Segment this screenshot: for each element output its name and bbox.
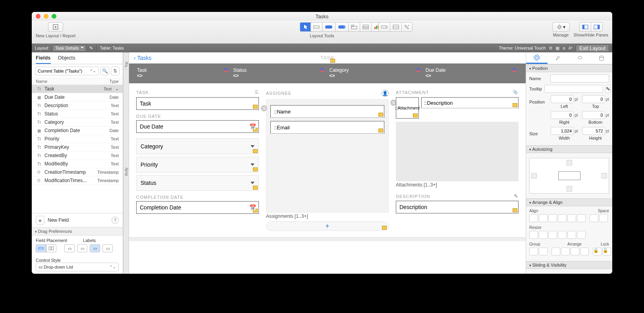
field-row[interactable]: ⏱CreationTimestampTimestamp: [32, 168, 123, 177]
due-date-field[interactable]: Due Date: [136, 120, 259, 133]
bring-forward[interactable]: [561, 248, 570, 255]
field-row[interactable]: ▦Completion DateDate: [32, 127, 123, 135]
add-field-button[interactable]: +: [36, 216, 44, 225]
tooltip-edit-button[interactable]: ✎: [605, 85, 611, 93]
tool-part[interactable]: [390, 22, 401, 32]
tool-button[interactable]: [322, 22, 335, 32]
align-right[interactable]: [548, 214, 557, 222]
layout-canvas[interactable]: ‹ Tasks TASK Task<>Status<>Category<>Due…: [129, 52, 526, 274]
edit-icon[interactable]: ✎: [514, 193, 519, 199]
align-center-v[interactable]: [567, 214, 576, 222]
field-row[interactable]: TtPrimaryKeyText: [32, 143, 123, 152]
insp-tooltip-input[interactable]: [544, 85, 603, 93]
field-row[interactable]: TtCreatedByText: [32, 152, 123, 160]
align-top[interactable]: [558, 214, 567, 222]
autosizing-diagram[interactable]: [529, 158, 609, 194]
tab-objects[interactable]: Objects: [58, 55, 75, 64]
lock-button[interactable]: 🔒: [593, 248, 602, 255]
description-field[interactable]: Description: [396, 201, 519, 213]
field-row[interactable]: TtStatusText: [32, 110, 123, 118]
pos-right-input[interactable]: [551, 111, 574, 119]
table-picker[interactable]: Current Table ("Tasks")⌃⌄: [35, 67, 99, 75]
screen-icon[interactable]: ⧉: [549, 46, 552, 51]
task-field[interactable]: Task: [136, 97, 259, 110]
inspector-tab-appearance[interactable]: [569, 52, 591, 64]
tool-field-picker[interactable]: [378, 22, 390, 32]
bring-front[interactable]: [551, 248, 560, 255]
placement-horizontal[interactable]: [36, 244, 46, 252]
tool-select[interactable]: [300, 22, 311, 32]
edit-layout-icon[interactable]: ✎: [89, 46, 93, 51]
resize-1[interactable]: [529, 231, 538, 239]
part-body[interactable]: Body: [123, 69, 129, 274]
section-position[interactable]: Position: [526, 64, 612, 72]
placement-vertical[interactable]: [46, 244, 56, 252]
send-back[interactable]: [580, 248, 589, 255]
tool-format-painter[interactable]: [401, 22, 413, 32]
resize-6[interactable]: [577, 231, 586, 239]
manage-button[interactable]: ▾: [552, 22, 570, 32]
assignee-email-field[interactable]: ::Email: [270, 121, 384, 134]
label-inside[interactable]: ▭: [90, 244, 100, 252]
space-v[interactable]: [599, 214, 608, 222]
list-icon[interactable]: ☰: [255, 90, 259, 95]
field-row[interactable]: TtTaskText⌄: [32, 85, 123, 93]
field-row[interactable]: TtCategoryText: [32, 118, 123, 127]
label-top[interactable]: ▭: [77, 244, 87, 252]
resize-2[interactable]: [539, 231, 548, 239]
control-style-dropdown[interactable]: ▭ Drop-down List⌃⌄: [36, 263, 119, 271]
field-row[interactable]: TtDescriptionText: [32, 102, 123, 110]
size-width-input[interactable]: [551, 127, 574, 135]
tool-tab[interactable]: [348, 22, 360, 32]
tool-portal[interactable]: [360, 22, 371, 32]
attachment-container-field[interactable]: ::Attachment: [396, 97, 419, 119]
resize-5[interactable]: [567, 231, 576, 239]
tool-popover-button[interactable]: [335, 22, 348, 32]
pos-top-input[interactable]: [582, 95, 605, 103]
assignee-name-field[interactable]: ::Name: [270, 105, 384, 118]
delete-row-icon[interactable]: ✕: [261, 105, 267, 111]
field-row[interactable]: TtPriorityText: [32, 135, 123, 143]
group-button[interactable]: [529, 248, 538, 255]
attachment-desc-field[interactable]: ::Description: [421, 97, 519, 108]
align-left[interactable]: [529, 214, 538, 222]
layout-dropdown[interactable]: Task Details: [52, 45, 86, 52]
exit-layout-button[interactable]: Exit Layout: [576, 44, 609, 52]
unlock-button[interactable]: 🔓: [602, 248, 611, 255]
completion-field[interactable]: Completion Date: [136, 201, 259, 214]
drag-prefs-header[interactable]: Drag Preferences: [32, 227, 123, 236]
inspector-tab-data[interactable]: [591, 52, 612, 64]
send-backward[interactable]: [571, 248, 579, 255]
add-assignee-button[interactable]: +: [266, 221, 389, 231]
toggle-right-pane[interactable]: [591, 22, 603, 32]
help-icon[interactable]: ?: [112, 217, 119, 224]
resize-3[interactable]: [548, 231, 557, 239]
sort-icon[interactable]: ⇅: [111, 67, 120, 75]
inspector-tab-styles[interactable]: [548, 52, 569, 64]
section-sliding[interactable]: Sliding & Visibility: [526, 261, 612, 269]
assignments-portal[interactable]: ✕ ::Name ::Email: [266, 99, 389, 213]
status-select[interactable]: Status: [136, 175, 259, 191]
paperclip-icon[interactable]: 📎: [513, 90, 519, 95]
person-icon[interactable]: 👤: [382, 90, 389, 97]
search-icon[interactable]: 🔍: [100, 67, 109, 75]
align-bottom[interactable]: [577, 214, 586, 222]
pos-left-input[interactable]: [551, 95, 574, 103]
ungroup-button[interactable]: [539, 248, 548, 255]
tool-field[interactable]: [310, 22, 322, 32]
category-select[interactable]: Category: [136, 138, 259, 154]
field-row[interactable]: ▦Due DateDate: [32, 93, 123, 102]
label-none[interactable]: ▭: [102, 244, 113, 252]
new-layout-button[interactable]: [48, 22, 63, 32]
align-center-h[interactable]: [539, 214, 548, 222]
section-arrange[interactable]: Arrange & Align: [526, 198, 612, 206]
field-row[interactable]: TtModifiedByText: [32, 160, 123, 168]
horizontal-scrollbar[interactable]: [129, 237, 526, 241]
inspector-tab-position[interactable]: [526, 52, 548, 64]
size-height-input[interactable]: [582, 127, 605, 135]
space-h[interactable]: [590, 214, 598, 222]
insp-name-input[interactable]: [550, 75, 609, 83]
priority-select[interactable]: Priority: [136, 157, 259, 173]
field-boundaries-icon[interactable]: ▦: [555, 46, 559, 51]
tab-fields[interactable]: Fields: [36, 55, 51, 64]
